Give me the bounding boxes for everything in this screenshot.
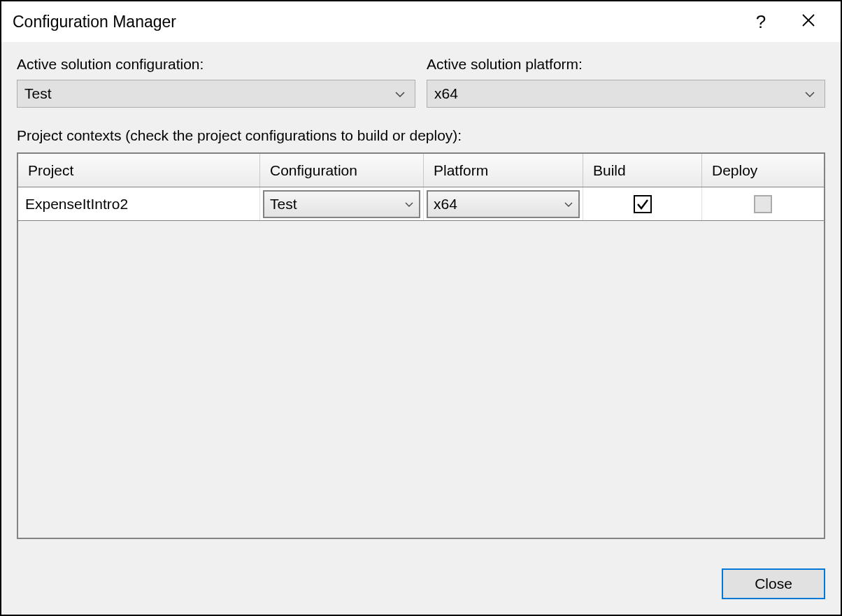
column-header-deploy[interactable]: Deploy [702,154,824,187]
project-contexts-label: Project contexts (check the project conf… [17,127,825,144]
window-title: Configuration Manager [13,13,740,31]
close-icon [801,12,815,31]
project-name-cell: ExpenseItIntro2 [18,187,260,220]
row-configuration-value: Test [270,196,405,213]
solution-platform-value: x64 [434,85,805,102]
row-configuration-dropdown[interactable]: Test [263,190,420,218]
row-platform-dropdown[interactable]: x64 [427,190,580,218]
close-window-button[interactable] [787,4,829,39]
close-button[interactable]: Close [722,568,825,599]
chevron-down-icon [405,199,413,209]
titlebar: Configuration Manager ? [1,1,841,42]
grid-empty-area [18,221,824,538]
build-cell [583,187,702,220]
project-contexts-grid: Project Configuration Platform Build Dep… [17,152,825,539]
column-header-platform[interactable]: Platform [424,154,583,187]
content-area: Active solution configuration: Test Acti… [1,42,841,553]
solution-config-group: Active solution configuration: Test [17,56,415,108]
deploy-cell [702,187,824,220]
help-icon: ? [756,11,766,33]
solution-config-value: Test [24,85,395,102]
solution-config-dropdown[interactable]: Test [17,80,415,108]
table-row: ExpenseItIntro2 Test x64 [18,187,824,221]
configuration-manager-window: Configuration Manager ? Active solution … [0,0,842,616]
column-header-configuration[interactable]: Configuration [260,154,424,187]
deploy-checkbox [754,195,772,213]
chevron-down-icon [395,88,408,99]
solution-platform-group: Active solution platform: x64 [427,56,825,108]
platform-cell: x64 [424,187,583,220]
solution-platform-dropdown[interactable]: x64 [427,80,825,108]
chevron-down-icon [805,88,818,99]
build-checkbox[interactable] [634,195,652,213]
configuration-cell: Test [260,187,424,220]
titlebar-buttons: ? [740,4,829,39]
solution-platform-label: Active solution platform: [427,56,825,73]
solution-config-label: Active solution configuration: [17,56,415,73]
chevron-down-icon [564,199,573,209]
solution-settings-row: Active solution configuration: Test Acti… [17,56,825,108]
column-header-project[interactable]: Project [18,154,260,187]
row-platform-value: x64 [434,196,564,213]
footer: Close [1,553,841,615]
grid-header-row: Project Configuration Platform Build Dep… [18,154,824,187]
help-button[interactable]: ? [740,4,782,39]
close-button-label: Close [755,575,792,592]
column-header-build[interactable]: Build [583,154,702,187]
